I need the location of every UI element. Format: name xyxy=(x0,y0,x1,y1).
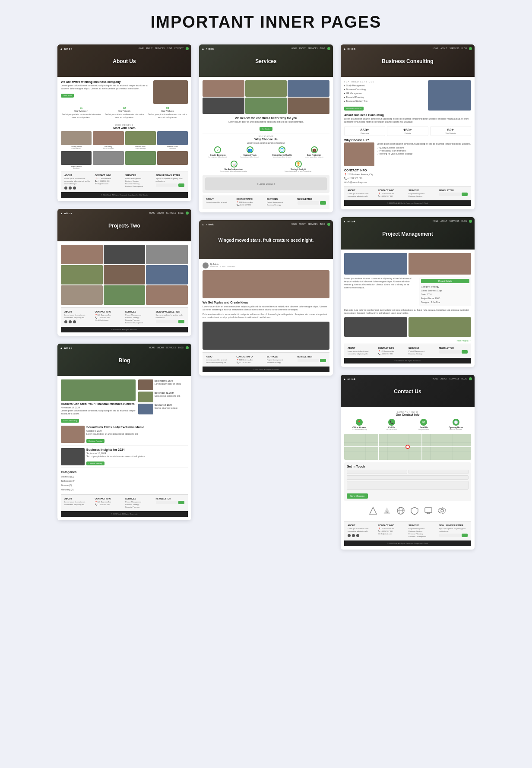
newsletter-input[interactable] xyxy=(156,183,178,187)
nav-dot xyxy=(469,377,472,380)
subscribe-btn[interactable] xyxy=(178,320,184,323)
newsletter-input[interactable] xyxy=(439,534,461,537)
card-footer: ABOUT Lorem ipsum dolor sit amet consect… xyxy=(61,494,188,511)
newsletter-input[interactable] xyxy=(298,201,320,205)
footer-contact-text: 📍 123 Business Ave📞 +1 234 567 890 xyxy=(95,501,124,506)
social-icon[interactable] xyxy=(73,186,76,190)
contact-heading: Our Contact Info xyxy=(344,413,471,416)
nav-dot xyxy=(327,223,330,226)
team-member: Diana Collins Project Manager xyxy=(125,131,156,149)
blog-date-2: October 5, 2024 xyxy=(86,430,144,433)
footer-col-title: CONTACT INFO xyxy=(378,524,407,527)
feature-item: 📊 We Are Independent Lorem ipsum dolor s… xyxy=(203,161,265,172)
team-row-1: Timothy James Content Writer Ina Billing… xyxy=(61,131,188,149)
footer-services-text: Project ManagementBusiness StrategyFinan… xyxy=(408,528,437,538)
footer-col-title: SERVICES xyxy=(125,310,154,313)
subject-input[interactable] xyxy=(347,475,469,480)
card-header-title: Business Consulting xyxy=(382,58,433,64)
post-text-1: Lorem ipsum dolor sit amet consectetur a… xyxy=(203,305,329,311)
about-consulting-heading: About Business Consulting xyxy=(344,114,471,117)
nav-link: HOME xyxy=(291,47,297,50)
copyright: © 2024 Nitok. All Rights Reserved. Corpo… xyxy=(348,542,468,544)
subscribe-btn[interactable] xyxy=(178,501,184,504)
nav-link: ABOUT xyxy=(440,220,447,222)
feature-desc: Lorem ipsum dolor sit amet consectetur. xyxy=(203,171,265,172)
continue-reading-btn-3[interactable]: Continue Reading xyxy=(86,461,104,465)
subscribe-btn[interactable] xyxy=(462,350,468,354)
footer-col-title: ABOUT xyxy=(348,347,377,349)
nav-link: ABOUT xyxy=(440,47,447,50)
footer-monitor-icon xyxy=(424,506,433,515)
feature-item: ✓ Quality Business Lorem ipsum dolor sit… xyxy=(203,146,233,158)
blog-article-3: Business Insights for 2024 September 15,… xyxy=(61,448,188,468)
vision-text: Sed ut perspiciatis unde omnis iste natu… xyxy=(104,113,145,119)
feature-item: 💼 Data Protection Lorem ipsum dolor sit … xyxy=(299,146,330,158)
contact-us-body: CONTACT INFO Our Contact Info 📍 Office A… xyxy=(341,407,475,550)
nav-link: ABOUT xyxy=(299,223,306,225)
newsletter-input[interactable] xyxy=(439,193,461,196)
page-title: IMPORTANT INNER PAGES xyxy=(9,13,523,32)
about-desc: Lorem ipsum dolor sit amet consectetur a… xyxy=(61,84,151,90)
footer-services-text: Project ManagementBusiness StrategyFinan… xyxy=(125,177,154,188)
newsletter-input[interactable] xyxy=(156,501,178,504)
footer-col-title: SIGN UP NEWSLETTER xyxy=(156,310,185,313)
contact-info-hours: 🕐 Opening Hours Mon-Fri: 9am-6pm xyxy=(441,419,472,430)
social-icon[interactable] xyxy=(64,320,67,323)
name-input[interactable] xyxy=(347,470,407,474)
message-textarea[interactable] xyxy=(347,481,469,490)
next-project-link[interactable]: Next Project → xyxy=(456,339,471,342)
nav-link: SERVICES xyxy=(450,47,459,50)
svg-point-12 xyxy=(406,446,409,448)
blog-title-1: Hackers Can Steal Your Financial mistake… xyxy=(61,402,136,405)
why-choose-heading: Why Choose Us? xyxy=(344,139,471,142)
continue-reading-btn-2[interactable]: Continue Reading xyxy=(86,439,104,443)
newsletter-input[interactable] xyxy=(439,350,461,354)
social-icon[interactable] xyxy=(69,186,72,190)
footer-icon-item xyxy=(410,506,419,516)
social-icon[interactable] xyxy=(356,534,359,537)
newsletter-input[interactable] xyxy=(156,320,178,323)
social-icon[interactable] xyxy=(69,320,72,323)
subscribe-btn[interactable] xyxy=(320,201,326,205)
learn-more-btn[interactable]: Learn More xyxy=(61,94,74,98)
categories-heading: Categories xyxy=(61,471,188,474)
social-icon[interactable] xyxy=(352,534,355,537)
send-message-btn[interactable]: Send Message xyxy=(347,493,368,499)
brochure-btn[interactable]: Download Brochure xyxy=(344,107,364,111)
newsletter-input[interactable] xyxy=(298,359,320,362)
footer-col-title: NEWSLETTER xyxy=(439,189,468,192)
footer-col-title: SERVICES xyxy=(267,198,296,200)
email-input[interactable] xyxy=(408,470,469,474)
get-started-btn[interactable]: Get Started xyxy=(260,127,272,131)
subscribe-btn[interactable] xyxy=(462,193,468,196)
blog-sidebar-text: Lorem ipsum dolor sit amet. xyxy=(155,382,181,386)
footer-services-text: Project ManagementBusiness StrategyFinan… xyxy=(125,501,154,509)
contact-info-email: ✉ Email Us info@nitok.com xyxy=(408,419,439,430)
footer-icon-item xyxy=(369,506,377,516)
card-blog-hero: ▲ nitok HOME ABOUT SERVICES BLOG Winged … xyxy=(199,220,333,376)
social-icon[interactable] xyxy=(64,186,67,190)
continue-reading-btn[interactable]: Continue Reading xyxy=(61,419,79,423)
author-avatar xyxy=(203,262,209,269)
copyright: © 2024 Nitok. All Rights Reserved. xyxy=(64,329,184,331)
nav-link: HOME xyxy=(433,47,439,50)
stat-projects-label: Projects xyxy=(389,132,426,134)
footer-col-text: Lorem ipsum dolor sit amet consectetur a… xyxy=(348,528,377,533)
hours-icon: 🕐 xyxy=(453,419,459,426)
laptop-screen-label: [ Laptop Mockup ] xyxy=(257,183,275,185)
nav-dot xyxy=(186,47,189,50)
stat-years: 52+ xyxy=(432,128,469,132)
social-icon[interactable] xyxy=(348,534,351,537)
card-project-management: ▲ nitok HOME ABOUT SERVICES BLOG Project… xyxy=(341,217,475,367)
footer-services-text: Project ManagementBusiness Strategy xyxy=(408,193,437,198)
subscribe-btn[interactable] xyxy=(462,534,468,537)
member-role: Developer xyxy=(61,168,92,169)
nav-logo: ▲ nitok xyxy=(202,223,214,226)
footer-col-title: CONTACT INFO xyxy=(378,347,407,349)
footer-services-text: Project ManagementBusiness Strategy xyxy=(267,359,296,364)
subscribe-btn[interactable] xyxy=(320,359,326,362)
subscribe-btn[interactable] xyxy=(178,183,184,187)
blog-sidebar-title: October 10, 2024 xyxy=(155,404,178,407)
footer-icon-item xyxy=(424,506,433,516)
social-icon[interactable] xyxy=(73,320,76,323)
